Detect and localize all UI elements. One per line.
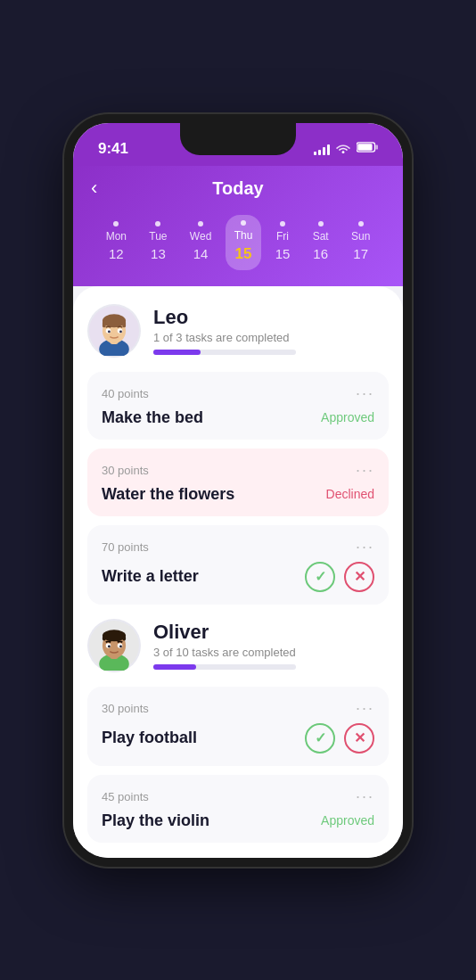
calendar-day-num: 17 [353,246,368,261]
task-title: Write a letter [102,567,199,586]
phone-frame: 9:41 [64,114,412,867]
decline-button[interactable]: ✕ [344,562,374,592]
svg-rect-9 [122,320,126,326]
calendar-day-num: 15 [235,245,252,263]
task-card-header: 30 points ··· [102,699,374,718]
header: ‹ Today Mon 12 Tue 13 Wed 14 Thu [73,166,403,286]
decline-button[interactable]: ✕ [344,723,374,754]
task-menu-button[interactable]: ··· [356,538,374,556]
calendar-day-wed14[interactable]: Wed 14 [181,216,220,268]
calendar-day-name: Sat [313,230,329,243]
calendar-day-thu15[interactable]: Thu 15 [226,215,262,270]
calendar-day-num: 12 [109,246,124,261]
calendar-day-name: Sun [351,230,370,243]
task-actions: ✓ ✕ [305,723,374,754]
calendar-strip: Mon 12 Tue 13 Wed 14 Thu 15 Fri 15 [91,210,385,286]
calendar-dot [318,221,324,226]
calendar-day-num: 15 [275,246,291,261]
task-card-play-football: 30 points ··· Play football ✓ ✕ [87,687,389,766]
task-actions: ✓ ✕ [305,562,374,592]
calendar-day-fri15[interactable]: Fri 15 [267,216,300,268]
calendar-day-sat16[interactable]: Sat 16 [304,216,338,268]
battery-icon [357,141,378,156]
calendar-day-mon12[interactable]: Mon 12 [97,216,135,268]
calendar-dot [358,221,364,226]
profile-info-leo: Leo 1 of 3 tasks are completed [153,306,389,355]
task-card-bottom: Make the bed Approved [102,408,374,427]
task-card-header: 45 points ··· [102,787,374,806]
task-card-make-bed: 40 points ··· Make the bed Approved [87,372,389,440]
task-status-declined: Declined [326,487,374,501]
avatar-leo [87,304,141,358]
profile-tasks-leo: 1 of 3 tasks are completed [153,331,389,344]
calendar-day-name: Fri [276,230,289,243]
profile-name-leo: Leo [153,306,389,329]
svg-rect-8 [103,320,106,326]
profile-tasks-oliver: 3 of 10 tasks are completed [153,646,389,659]
task-menu-button[interactable]: ··· [356,461,374,480]
task-card-bottom: Play football ✓ ✕ [102,723,374,754]
svg-rect-19 [103,635,106,640]
calendar-dot [241,220,246,226]
task-card-header: 40 points ··· [102,384,374,403]
task-points: 30 points [102,702,149,715]
status-time: 9:41 [98,140,128,158]
calendar-day-num: 14 [193,246,209,261]
back-button[interactable]: ‹ [91,178,97,198]
svg-rect-20 [122,635,126,640]
task-menu-button[interactable]: ··· [356,699,374,718]
task-title: Play football [102,729,197,747]
approve-button[interactable]: ✓ [305,562,335,592]
calendar-dot [280,221,285,226]
notch [180,123,296,155]
profile-info-oliver: Oliver 3 of 10 tasks are completed [153,621,389,670]
task-status-approved: Approved [321,813,374,828]
main-content: Leo 1 of 3 tasks are completed 40 points… [73,286,403,867]
header-nav: ‹ Today [91,175,385,210]
svg-point-7 [103,314,126,327]
task-title: Play the violin [102,811,209,830]
svg-point-24 [119,645,122,647]
calendar-dot [155,221,160,226]
status-icons [314,141,378,156]
task-card-bottom: Write a letter ✓ ✕ [102,562,374,592]
calendar-day-num: 13 [151,246,166,261]
calendar-day-num: 16 [313,246,328,261]
svg-point-13 [119,330,122,333]
svg-rect-2 [375,144,378,149]
calendar-day-name: Thu [234,229,253,242]
task-status-approved: Approved [321,410,374,424]
task-menu-button[interactable]: ··· [356,787,374,806]
approve-button[interactable]: ✓ [305,723,335,754]
task-title: Water the flowers [102,485,234,504]
task-card-header: 30 points ··· [102,461,374,480]
task-card-play-violin: 45 points ··· Play the violin Approved [87,775,389,843]
svg-rect-1 [357,144,372,151]
task-title: Make the bed [102,408,203,427]
progress-bar-fill-leo [153,350,201,355]
calendar-day-tue13[interactable]: Tue 13 [140,216,176,268]
calendar-day-name: Tue [149,230,167,243]
task-points: 30 points [102,464,149,477]
signal-icon [314,143,330,155]
profile-row-leo: Leo 1 of 3 tasks are completed [87,304,389,358]
calendar-dot [113,221,119,226]
progress-bar-bg-leo [153,350,296,355]
progress-bar-fill-oliver [153,664,196,670]
svg-point-23 [108,645,111,647]
calendar-day-name: Mon [106,230,127,243]
task-points: 40 points [102,387,149,400]
svg-point-12 [108,330,111,333]
calendar-day-sun17[interactable]: Sun 17 [342,216,379,268]
header-title: Today [212,178,263,199]
task-points: 45 points [102,790,149,803]
task-card-header: 70 points ··· [102,538,374,556]
wifi-icon [335,141,351,156]
progress-bar-bg-oliver [153,664,296,670]
task-card-bottom: Play the violin Approved [102,811,374,830]
task-card-water-flowers: 30 points ··· Water the flowers Declined [87,449,389,516]
task-menu-button[interactable]: ··· [356,384,374,403]
calendar-dot [198,221,203,226]
svg-point-18 [103,630,126,641]
task-points: 70 points [102,540,149,554]
